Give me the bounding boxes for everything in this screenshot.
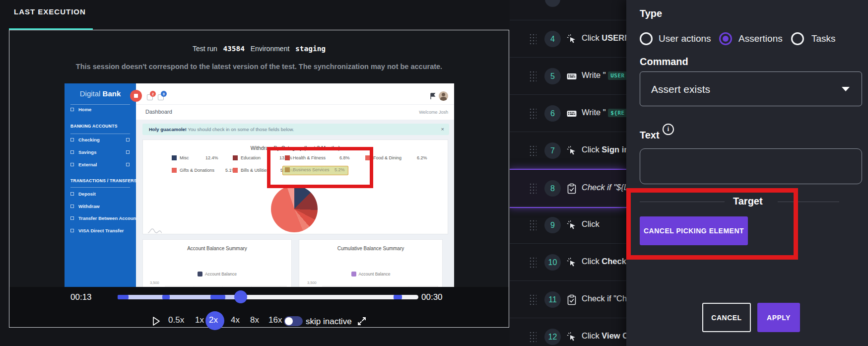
radio-assertions[interactable] <box>719 32 732 45</box>
radio-user-actions[interactable] <box>640 32 653 45</box>
speed-4x[interactable]: 4x <box>231 315 240 325</box>
event-marker[interactable] <box>394 295 402 299</box>
test-step-row-9[interactable]: 9Click <box>510 206 626 244</box>
test-step-row-12[interactable]: 12Click View C <box>510 318 626 346</box>
text-input[interactable] <box>640 148 862 184</box>
drag-handle-icon[interactable] <box>529 219 536 231</box>
expand-square-icon <box>126 150 130 154</box>
bank-nav-item-visa-direct-transfer[interactable]: VISA Direct Transfer <box>65 227 136 235</box>
step-number-badge: 12 <box>544 329 561 345</box>
cursor-click-icon <box>566 332 577 343</box>
step-label: Write " USER <box>582 70 626 80</box>
cursor-click-icon <box>566 257 577 268</box>
sidebar-divider <box>70 104 130 105</box>
account-balance-legend: Account Balance <box>205 272 237 277</box>
speed-2x[interactable]: 2x <box>209 315 218 325</box>
notification-badge-red: 2 <box>150 91 156 97</box>
drag-handle-icon[interactable] <box>529 331 536 343</box>
alert-close-icon[interactable]: × <box>441 126 444 132</box>
radio-label[interactable]: Tasks <box>811 33 836 44</box>
annotation-rect-target <box>626 188 798 260</box>
radio-label[interactable]: User actions <box>659 33 711 44</box>
bank-nav-item-transfer-between-accounts[interactable]: Transfer Between Accounts <box>65 215 136 223</box>
test-step-row-6[interactable]: 6Write " ${RE <box>510 94 626 132</box>
speed-8x[interactable]: 8x <box>250 315 259 325</box>
test-step-row-10[interactable]: 10Click Check <box>510 243 626 281</box>
drag-handle-icon[interactable] <box>529 33 536 45</box>
test-step-row-4[interactable]: 4Click USERN <box>510 20 626 58</box>
step-number-badge: 11 <box>544 291 561 308</box>
test-step-row-11[interactable]: 11Check if "Ch <box>510 280 626 318</box>
axis-tick: 3,500 <box>307 280 317 285</box>
drag-handle-icon[interactable] <box>529 257 536 268</box>
drag-handle-icon[interactable] <box>529 294 536 305</box>
step-label: Write " ${RE <box>582 108 626 117</box>
bank-nav-item-external[interactable]: External <box>65 161 136 169</box>
test-step-row-8[interactable]: 8Check if "${L <box>510 169 626 208</box>
radio-tasks[interactable] <box>791 32 804 45</box>
apply-button[interactable]: APPLY <box>757 303 800 332</box>
square-bullet-icon <box>70 205 74 208</box>
event-marker[interactable] <box>162 295 170 299</box>
event-marker[interactable] <box>118 295 129 299</box>
command-dropdown[interactable]: Assert exists <box>640 71 862 106</box>
drag-handle-icon[interactable] <box>529 183 536 194</box>
play-icon[interactable] <box>150 316 161 327</box>
legend-swatch <box>233 168 238 173</box>
step-label: Check if "${L <box>582 183 626 192</box>
keyboard-icon <box>566 71 577 82</box>
speed-1x[interactable]: 1x <box>195 315 204 325</box>
cursor-click-icon <box>566 145 577 156</box>
cursor-click-icon <box>566 220 577 231</box>
legend-swatch <box>172 168 177 173</box>
bank-logo: Digital Bank <box>65 89 136 98</box>
bank-nav-item-deposit[interactable]: Deposit <box>65 191 136 199</box>
total-time: 00:30 <box>421 292 443 302</box>
test-step-row-7[interactable]: 7Click Sign in <box>510 132 626 169</box>
variable-chip: USER <box>608 71 626 80</box>
speed-0.5x[interactable]: 0.5x <box>168 315 184 325</box>
square-bullet-icon <box>70 192 74 196</box>
step-number-badge: 7 <box>544 142 561 159</box>
sidebar-divider <box>70 134 130 134</box>
test-run-info: Test run 43584 Environment staging <box>9 45 509 53</box>
legend-swatch <box>172 155 177 160</box>
text-section-label: Text <box>640 130 660 141</box>
mini-grid <box>322 286 438 286</box>
progress-thumb[interactable] <box>234 290 247 303</box>
tab-last-execution[interactable]: LAST EXECUTION <box>14 7 86 16</box>
account-balance-title: Account Balance Summary <box>143 246 291 251</box>
drag-handle-icon[interactable] <box>529 108 536 119</box>
cancel-button[interactable]: CANCEL <box>702 303 751 332</box>
radio-label[interactable]: Assertions <box>738 33 783 44</box>
speed-16x[interactable]: 16x <box>268 315 282 325</box>
axis-tick: 3,500 <box>150 280 159 285</box>
bank-nav-item-savings[interactable]: Savings <box>65 149 136 157</box>
fullscreen-icon[interactable] <box>357 316 367 326</box>
bank-nav-item-checking[interactable]: Checking <box>65 137 136 144</box>
cumulative-balance-legend: Account Balance <box>359 272 391 277</box>
bank-nav-item-withdraw[interactable]: Withdraw <box>65 203 136 211</box>
step-label: Click Sign in <box>582 145 626 154</box>
withdraw-pie-chart <box>271 186 318 232</box>
record-indicator-icon <box>130 90 142 102</box>
type-section-label: Type <box>640 8 662 19</box>
bank-sidebar: Digital Bank HomeBANKING ACCOUNTSCheckin… <box>65 83 136 287</box>
expand-square-icon <box>126 138 130 141</box>
notification-badge-blue: 0 <box>161 91 167 97</box>
drag-handle-icon[interactable] <box>529 70 536 82</box>
bank-nav-item-home[interactable]: Home <box>65 106 136 114</box>
step-label: Check if "Ch <box>582 294 626 303</box>
progress-bar[interactable] <box>118 295 418 299</box>
annotation-rect-legend <box>267 147 373 188</box>
welcome-text: Welcome Josh <box>419 110 448 115</box>
test-step-row-5[interactable]: 5Write " USER <box>510 57 626 95</box>
step-number-badge: 6 <box>544 105 561 122</box>
event-marker[interactable] <box>210 295 225 299</box>
flag-icon <box>430 93 436 100</box>
legend-swatch <box>351 272 356 277</box>
info-icon[interactable]: i <box>663 124 674 135</box>
sidebar-divider <box>70 187 130 188</box>
drag-handle-icon[interactable] <box>529 145 536 156</box>
skip-inactive-toggle[interactable] <box>284 316 303 326</box>
